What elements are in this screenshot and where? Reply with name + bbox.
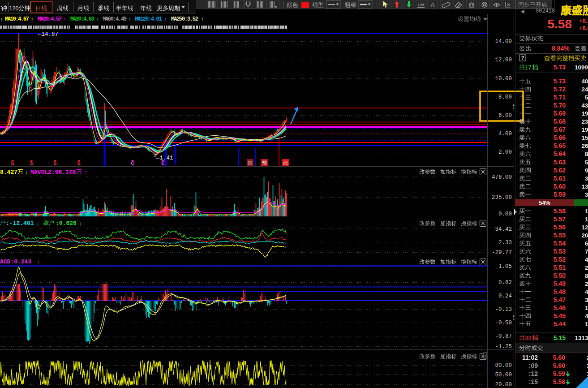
svg-text:2.00: 2.00 — [498, 149, 512, 155]
svg-text:ACD:0.243: ACD:0.243 — [0, 259, 31, 265]
svg-text:88: 88 — [585, 272, 588, 279]
svg-text:↑: ↑ — [128, 16, 132, 23]
svg-text:ŝ: ŝ — [77, 160, 81, 167]
svg-text:11:02: 11:02 — [522, 354, 538, 361]
svg-text:2.33: 2.33 — [498, 240, 512, 246]
svg-text:190: 190 — [581, 110, 588, 117]
svg-text:8.84%: 8.84% — [552, 45, 570, 52]
svg-text:↓: ↓ — [36, 220, 40, 227]
svg-text:5.51: 5.51 — [554, 264, 566, 271]
svg-text:5.46: 5.46 — [554, 304, 566, 311]
svg-text:10.00: 10.00 — [495, 76, 512, 82]
svg-text:5.58: 5.58 — [554, 207, 566, 215]
svg-text:208: 208 — [581, 232, 588, 239]
svg-text:5.58: 5.58 — [548, 17, 572, 31]
svg-text:ŝ: ŝ — [11, 160, 14, 167]
svg-text:5.52: 5.52 — [554, 256, 566, 263]
svg-text:20.00: 20.00 — [495, 382, 512, 388]
svg-text:MAVOL2:96.378: MAVOL2:96.378 — [30, 169, 76, 176]
svg-text:↑: ↑ — [37, 259, 40, 266]
svg-text:MA20:4.57: MA20:4.57 — [38, 16, 62, 22]
svg-text:5.60: 5.60 — [553, 362, 565, 369]
svg-text:5.47: 5.47 — [554, 296, 566, 303]
svg-text::12: :12 — [529, 370, 538, 377]
svg-text:5.71: 5.71 — [554, 94, 566, 101]
svg-text:51: 51 — [585, 159, 588, 166]
svg-text:17: 17 — [585, 321, 588, 328]
svg-text:8.00: 8.00 — [498, 94, 512, 100]
svg-text:1: 1 — [9, 5, 13, 12]
svg-text:‹: ‹ — [485, 353, 486, 358]
svg-text:ŝ: ŝ — [30, 160, 33, 167]
svg-text:5.50: 5.50 — [554, 272, 566, 279]
svg-text:34.42: 34.42 — [495, 226, 512, 233]
svg-text:MA120:4.01: MA120:4.01 — [135, 16, 162, 22]
svg-text:36: 36 — [585, 191, 588, 198]
svg-text:1.05: 1.05 — [498, 263, 512, 270]
svg-text:5.54: 5.54 — [554, 240, 566, 247]
svg-text:14.00: 14.00 — [495, 39, 512, 45]
svg-text:47: 47 — [585, 256, 588, 263]
svg-text:4.00: 4.00 — [498, 131, 512, 137]
svg-text:↑: ↑ — [63, 16, 67, 23]
svg-text:5.73: 5.73 — [554, 78, 566, 85]
svg-text:5.44: 5.44 — [554, 320, 566, 328]
svg-text:5.59: 5.59 — [553, 370, 565, 377]
svg-text:5.57: 5.57 — [554, 216, 566, 223]
svg-text:139: 139 — [581, 183, 588, 190]
svg-text:0.62: 0.62 — [498, 280, 512, 286]
svg-text:ĉ: ĉ — [161, 160, 165, 167]
svg-text:0: 0 — [16, 5, 19, 12]
svg-text:74: 74 — [585, 248, 588, 255]
svg-text:43: 43 — [585, 289, 588, 295]
svg-text:476.00: 476.00 — [492, 174, 512, 181]
svg-text:↑: ↑ — [30, 16, 34, 23]
svg-text:242: 242 — [581, 86, 588, 93]
svg-text:151: 151 — [581, 134, 588, 141]
svg-text:↑: ↑ — [0, 16, 4, 23]
svg-text::0.626: :0.626 — [56, 220, 77, 227]
svg-text:235.00: 235.00 — [492, 194, 512, 201]
svg-text:80.00: 80.00 — [495, 362, 512, 369]
svg-text:120: 120 — [581, 224, 588, 231]
svg-text:5.48: 5.48 — [554, 288, 566, 295]
svg-text::15: :15 — [529, 378, 538, 385]
svg-text:60: 60 — [585, 240, 588, 247]
svg-text:31: 31 — [585, 297, 588, 303]
svg-text:5.61: 5.61 — [554, 175, 566, 182]
svg-text:↓: ↓ — [79, 220, 82, 227]
svg-text:5.72: 5.72 — [554, 86, 566, 93]
svg-text:86: 86 — [585, 151, 588, 157]
svg-text:237: 237 — [581, 118, 588, 125]
svg-text:-0.50: -0.50 — [495, 320, 512, 326]
svg-text:50.00: 50.00 — [495, 372, 512, 378]
svg-text:5.70: 5.70 — [554, 102, 566, 109]
svg-text:28: 28 — [585, 264, 588, 271]
svg-text:↑: ↑ — [84, 169, 88, 176]
svg-text:88: 88 — [525, 335, 532, 341]
svg-text:5.60: 5.60 — [554, 183, 566, 190]
svg-text:0.00: 0.00 — [498, 211, 512, 217]
svg-text:45: 45 — [585, 313, 588, 319]
svg-text:+6.08: +6.08 — [579, 25, 588, 31]
svg-text:+0.32: +0.32 — [579, 17, 588, 24]
svg-text:5.66: 5.66 — [554, 134, 566, 141]
svg-text:002418: 002418 — [536, 8, 555, 14]
svg-text:265: 265 — [581, 142, 588, 149]
svg-text:5.49: 5.49 — [554, 280, 566, 287]
svg-text:MA30:4.63: MA30:4.63 — [70, 16, 94, 22]
svg-text:5.60: 5.60 — [553, 354, 565, 361]
svg-text:5.62: 5.62 — [554, 167, 566, 174]
svg-text:5.67: 5.67 — [554, 126, 566, 133]
svg-text:95: 95 — [585, 167, 588, 174]
svg-text:5.55: 5.55 — [554, 232, 566, 239]
svg-text:↑: ↑ — [201, 16, 204, 23]
svg-text:0.24: 0.24 — [498, 293, 512, 299]
svg-text:54%: 54% — [539, 199, 550, 206]
svg-text::09: :09 — [529, 362, 538, 369]
svg-text:17: 17 — [525, 65, 532, 71]
svg-text:5.59: 5.59 — [554, 191, 566, 198]
svg-text:5.53: 5.53 — [554, 248, 566, 255]
svg-text:5.64: 5.64 — [554, 150, 566, 157]
svg-text:22: 22 — [585, 280, 588, 287]
